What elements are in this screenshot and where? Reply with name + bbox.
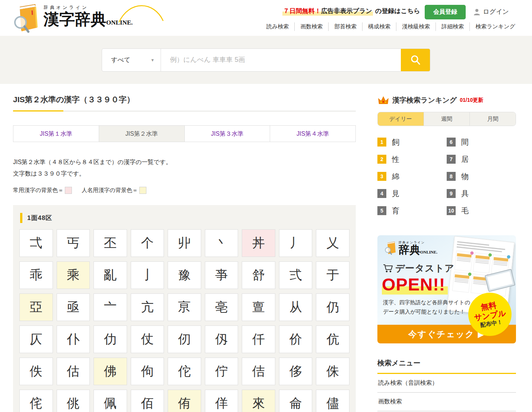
promo-free-text: ７日間無料！ — [283, 7, 321, 15]
kanji-cell[interactable]: 亳 — [205, 293, 238, 321]
kanji-cell[interactable]: 侑 — [168, 390, 201, 412]
jis-level-tab[interactable]: JIS第４水準 — [270, 126, 355, 142]
nav-item[interactable]: 検索ランキング — [469, 22, 521, 31]
kanji-cell[interactable]: 佶 — [242, 358, 275, 385]
data-store-ad[interactable]: 辞典オンライン 辞典ONLINE. データストア OPEN!! 漢字、四字熟語な… — [377, 235, 516, 343]
kanji-cell[interactable]: 亰 — [168, 293, 201, 321]
kanji-cell[interactable]: 佛 — [94, 358, 127, 385]
rank-kanji-link[interactable]: 物 — [461, 172, 469, 182]
nav-item[interactable]: 漢検級検索 — [396, 22, 436, 31]
kanji-cell[interactable]: 佩 — [94, 390, 127, 412]
nav-item[interactable]: 読み検索 — [261, 22, 294, 31]
title-rule — [13, 110, 356, 111]
search-menu-item[interactable]: 画数検索 — [377, 393, 516, 411]
sidebar: 漢字検索ランキング 01/10更新 デイリー週間月間 1飼2性3綿4見5育6間7… — [377, 95, 516, 411]
user-icon — [473, 8, 481, 16]
kanji-cell[interactable]: 价 — [279, 325, 313, 353]
kanji-cell[interactable]: 乂 — [316, 229, 349, 257]
search-button[interactable] — [401, 49, 430, 71]
kanji-cell[interactable]: 舒 — [242, 261, 275, 289]
kanji-cell[interactable]: 佯 — [205, 390, 238, 412]
kanji-cell[interactable]: 仄 — [19, 325, 53, 353]
kanji-cell[interactable]: 仂 — [94, 325, 127, 353]
kanji-cell[interactable]: 弌 — [19, 229, 53, 257]
kanji-cell[interactable]: 亂 — [94, 261, 127, 289]
kanji-cell[interactable]: 乘 — [57, 261, 90, 289]
kanji-cell[interactable]: 仆 — [57, 325, 90, 353]
ranking-item: 2性 — [377, 151, 447, 168]
rank-kanji-link[interactable]: 性 — [392, 154, 399, 164]
kanji-cell[interactable]: 佚 — [19, 358, 53, 385]
nav-item[interactable]: 構成検索 — [362, 22, 396, 31]
kanji-cell[interactable]: 亠 — [94, 293, 127, 321]
search-input[interactable] — [161, 49, 401, 71]
kanji-cell[interactable]: 仭 — [205, 325, 238, 353]
search-category-select[interactable]: すべて ▼ — [102, 49, 161, 71]
kanji-cell[interactable]: 丿 — [279, 229, 313, 257]
site-logo[interactable]: 辞典オンライン 漢字辞典ONLINE. — [12, 2, 133, 34]
ranking-tab[interactable]: 月間 — [469, 112, 516, 126]
kanji-cell[interactable]: 估 — [57, 358, 90, 385]
register-button[interactable]: 会員登録 — [425, 5, 466, 19]
section-title: 1面48区 — [27, 214, 52, 222]
kanji-cell[interactable]: 丐 — [57, 229, 90, 257]
kanji-cell[interactable]: 丼 — [242, 229, 275, 257]
kanji-cell[interactable]: 亞 — [19, 293, 53, 321]
kanji-cell[interactable]: 丱 — [168, 229, 201, 257]
rank-badge: 2 — [377, 155, 386, 164]
kanji-cell[interactable]: 豫 — [168, 261, 201, 289]
kanji-cell[interactable]: 仗 — [131, 325, 164, 353]
kanji-cell[interactable]: 乖 — [19, 261, 53, 289]
kanji-cell[interactable]: 來 — [242, 390, 275, 412]
kanji-cell[interactable]: 从 — [279, 293, 313, 321]
kanji-cell[interactable]: 伉 — [316, 325, 349, 353]
rank-kanji-link[interactable]: 居 — [461, 154, 469, 164]
rank-badge: 1 — [377, 138, 386, 147]
ranking-tabs: デイリー週間月間 — [377, 112, 516, 126]
kanji-cell[interactable]: 侘 — [19, 390, 53, 412]
kanji-cell[interactable]: 丶 — [205, 229, 238, 257]
rank-kanji-link[interactable]: 飼 — [392, 137, 399, 147]
kanji-cell[interactable]: 侖 — [279, 390, 313, 412]
login-link[interactable]: ログイン — [473, 7, 509, 16]
kanji-cell[interactable]: 弍 — [279, 261, 313, 289]
rank-kanji-link[interactable]: 見 — [392, 189, 399, 199]
ranking-tab[interactable]: 週間 — [424, 112, 470, 126]
rank-kanji-link[interactable]: 育 — [392, 206, 399, 216]
description: JIS第２水準（４８区から８４区まで）の漢字の一覧です。 文字数は３３９０字です… — [13, 156, 356, 179]
rank-kanji-link[interactable]: 毛 — [461, 206, 469, 216]
crown-icon — [377, 95, 389, 106]
kanji-cell[interactable]: 佇 — [205, 358, 238, 385]
rank-kanji-link[interactable]: 綿 — [392, 172, 399, 182]
kanji-cell[interactable]: 亟 — [57, 293, 90, 321]
jis-level-tab[interactable]: JIS第３水準 — [184, 126, 270, 142]
rank-kanji-link[interactable]: 間 — [461, 137, 469, 147]
ad-logo: 辞典オンライン 辞典ONLINE. — [384, 240, 437, 255]
ad-store-row: データストア — [383, 262, 455, 274]
promo-banner[interactable]: ７日間無料！広告非表示プランの登録はこちら — [282, 7, 420, 15]
kanji-cell[interactable]: 仞 — [168, 325, 201, 353]
kanji-cell[interactable]: 仟 — [242, 325, 275, 353]
kanji-cell[interactable]: 佰 — [131, 390, 164, 412]
kanji-cell[interactable]: 亊 — [205, 261, 238, 289]
kanji-cell[interactable]: 佗 — [168, 358, 201, 385]
kanji-cell[interactable]: 佻 — [57, 390, 90, 412]
search-menu-item[interactable]: 読み検索（音訓検索） — [377, 374, 516, 393]
nav-item[interactable]: 部首検索 — [328, 22, 362, 31]
kanji-cell[interactable]: 亅 — [131, 261, 164, 289]
nav-item[interactable]: 詳細検索 — [436, 22, 469, 31]
nav-item[interactable]: 画数検索 — [294, 22, 328, 31]
rank-kanji-link[interactable]: 具 — [461, 189, 469, 199]
kanji-cell[interactable]: 佝 — [131, 358, 164, 385]
kanji-cell[interactable]: 侈 — [279, 358, 313, 385]
kanji-cell[interactable]: 丕 — [94, 229, 127, 257]
kanji-cell[interactable]: 儘 — [316, 390, 349, 412]
kanji-cell[interactable]: 个 — [131, 229, 164, 257]
kanji-cell[interactable]: 仍 — [316, 293, 349, 321]
kanji-cell[interactable]: 侏 — [316, 358, 349, 385]
kanji-cell[interactable]: 亢 — [131, 293, 164, 321]
ranking-item: 6間 — [447, 133, 516, 151]
jis-level-tab[interactable]: JIS第１水準 — [13, 126, 99, 142]
kanji-cell[interactable]: 于 — [316, 261, 349, 289]
kanji-cell[interactable]: 亶 — [242, 293, 275, 321]
